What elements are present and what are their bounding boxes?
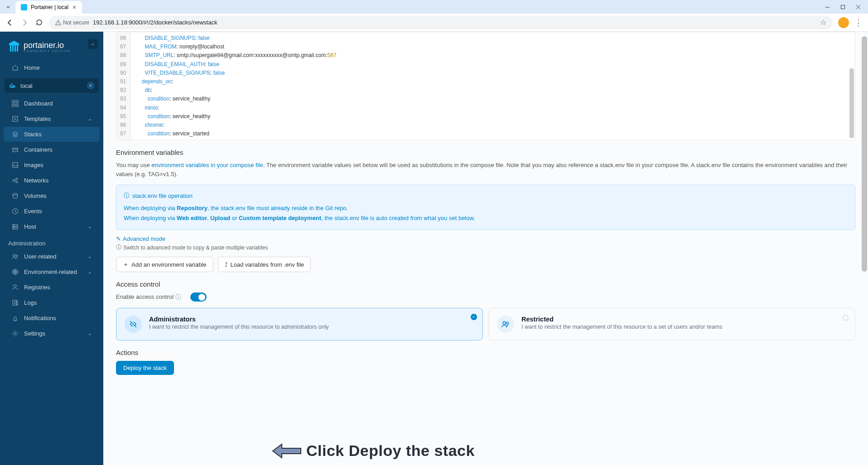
advanced-mode-hint: ⓘ Switch to advanced mode to copy & past… xyxy=(116,244,855,251)
load-env-file-button[interactable]: ⤴ Load variables from .env file xyxy=(218,257,311,272)
sidebar-item-settings[interactable]: Settings⌄ xyxy=(4,326,100,341)
sidebar-item-templates[interactable]: Templates⌄ xyxy=(4,111,100,126)
env-vars-description: You may use environment variables in you… xyxy=(116,161,855,178)
advanced-mode-link[interactable]: ✎ Advanced mode xyxy=(116,235,165,242)
profile-avatar[interactable] xyxy=(838,17,849,28)
svg-rect-16 xyxy=(16,101,18,103)
sidebar-item-home[interactable]: Home xyxy=(4,60,100,75)
sidebar-item-registries[interactable]: Registries xyxy=(4,280,100,295)
settings-icon xyxy=(12,330,19,337)
url-bar[interactable]: Not secure 192.168.1.18:9000/#!/2/docker… xyxy=(49,16,833,29)
arrow-left-icon xyxy=(272,442,302,460)
dashboard-icon xyxy=(12,100,19,107)
access-card-restricted[interactable]: Restricted I want to restrict the manage… xyxy=(488,308,855,340)
close-tab-icon[interactable]: × xyxy=(72,5,77,10)
sidebar-item-stacks[interactable]: Stacks xyxy=(4,127,100,142)
svg-point-32 xyxy=(13,254,15,257)
environment-selector[interactable]: local × xyxy=(5,78,99,93)
main-content: 868788899091929394959697 DISABLE_SIGNUPS… xyxy=(103,32,868,465)
bookmark-star-icon[interactable]: ☆ xyxy=(820,18,826,27)
sidebar-item-user-related[interactable]: User-related⌄ xyxy=(4,249,100,264)
plus-icon: ＋ xyxy=(123,260,129,268)
svg-point-25 xyxy=(16,181,18,183)
chevron-down-icon: ⌄ xyxy=(88,331,92,336)
svg-point-33 xyxy=(16,255,18,257)
sidebar-item-dashboard[interactable]: Dashboard xyxy=(4,96,100,111)
svg-point-35 xyxy=(14,287,16,288)
forward-icon xyxy=(20,18,29,27)
svg-rect-7 xyxy=(10,45,11,52)
browser-tab[interactable]: Portainer | local × xyxy=(15,1,82,14)
deploy-stack-button[interactable]: Deploy the stack xyxy=(116,361,174,375)
svg-rect-2 xyxy=(841,5,844,9)
docker-icon xyxy=(9,82,16,89)
stack-env-info-box: ⓘ stack.env file operation When deployin… xyxy=(116,185,855,230)
sidebar-item-host[interactable]: Host⌄ xyxy=(4,219,100,234)
editor-scrollbar[interactable] xyxy=(849,68,854,138)
svg-point-30 xyxy=(14,225,14,225)
browser-tab-bar: Portainer | local × xyxy=(0,0,868,14)
security-indicator[interactable]: Not secure xyxy=(55,19,89,26)
svg-rect-36 xyxy=(13,300,16,305)
sidebar-item-logs[interactable]: Logs xyxy=(4,295,100,310)
brand-logo[interactable]: portainer.io COMMUNITY EDITION « xyxy=(0,32,103,60)
sidebar-item-volumes[interactable]: Volumes xyxy=(4,188,100,203)
sidebar-item-events[interactable]: Events xyxy=(4,204,100,219)
browser-nav-bar: Not secure 192.168.1.18:9000/#!/2/docker… xyxy=(0,14,868,32)
tutorial-annotation: Click Deploy the stack xyxy=(272,442,475,460)
users-icon xyxy=(497,316,514,333)
maximize-icon[interactable] xyxy=(839,3,846,10)
svg-rect-9 xyxy=(14,45,16,52)
chevron-down-icon: ⌄ xyxy=(88,224,92,229)
add-env-var-button[interactable]: ＋ Add an environment variable xyxy=(116,257,213,272)
user-related-icon xyxy=(12,253,19,260)
upload-icon: ⤴ xyxy=(225,261,228,268)
stacks-icon xyxy=(12,131,19,138)
svg-rect-11 xyxy=(10,85,11,86)
access-control-toggle[interactable] xyxy=(190,292,207,302)
radio-unchecked-icon xyxy=(843,315,849,321)
help-icon[interactable]: ⓘ xyxy=(175,293,181,300)
svg-rect-20 xyxy=(13,148,18,152)
svg-point-6 xyxy=(58,24,58,24)
containers-icon xyxy=(12,146,19,153)
chevron-down-icon: ⌄ xyxy=(88,269,92,274)
access-card-administrators[interactable]: Administrators I want to restrict the ma… xyxy=(116,308,483,340)
sidebar-item-images[interactable]: Images xyxy=(4,158,100,173)
environment-related-icon xyxy=(12,268,19,275)
sidebar-item-containers[interactable]: Containers xyxy=(4,142,100,157)
info-circle-icon: ⓘ xyxy=(116,244,121,251)
close-env-icon[interactable]: × xyxy=(87,82,94,89)
sidebar-item-notifications[interactable]: Notifications xyxy=(4,311,100,326)
svg-rect-15 xyxy=(12,101,14,103)
portainer-logo-icon xyxy=(8,40,20,53)
tab-dropdown-icon[interactable] xyxy=(4,2,13,11)
access-control-title: Access control xyxy=(116,280,855,288)
collapse-sidebar-icon[interactable]: « xyxy=(88,39,98,49)
sidebar-item-networks[interactable]: Networks xyxy=(4,173,100,188)
sidebar-item-environment-related[interactable]: Environment-related⌄ xyxy=(4,264,100,279)
tab-title: Portainer | local xyxy=(31,4,68,10)
svg-point-26 xyxy=(13,193,18,195)
compose-env-link[interactable]: environment variables in your compose fi… xyxy=(151,162,263,168)
portainer-favicon-icon xyxy=(21,4,27,10)
access-toggle-label: Enable access control ⓘ xyxy=(116,293,181,301)
content-scrollbar[interactable] xyxy=(862,36,867,272)
events-icon xyxy=(12,208,19,215)
back-icon[interactable] xyxy=(5,18,14,27)
close-window-icon[interactable] xyxy=(854,3,862,10)
svg-rect-17 xyxy=(12,104,14,106)
check-icon: ✓ xyxy=(471,314,477,320)
networks-icon xyxy=(12,177,19,184)
browser-menu-icon[interactable]: ⋮ xyxy=(854,18,863,28)
logs-icon xyxy=(12,299,19,306)
compose-editor[interactable]: 868788899091929394959697 DISABLE_SIGNUPS… xyxy=(116,32,855,140)
code-body[interactable]: DISABLE_SIGNUPS: false MAIL_FROM: norepl… xyxy=(131,32,855,140)
svg-rect-10 xyxy=(17,45,18,52)
svg-rect-0 xyxy=(21,4,27,10)
svg-point-39 xyxy=(14,333,16,335)
reload-icon[interactable] xyxy=(34,18,43,27)
chevron-down-icon: ⌄ xyxy=(88,116,92,121)
svg-rect-13 xyxy=(11,83,12,85)
minimize-icon[interactable] xyxy=(824,3,831,10)
